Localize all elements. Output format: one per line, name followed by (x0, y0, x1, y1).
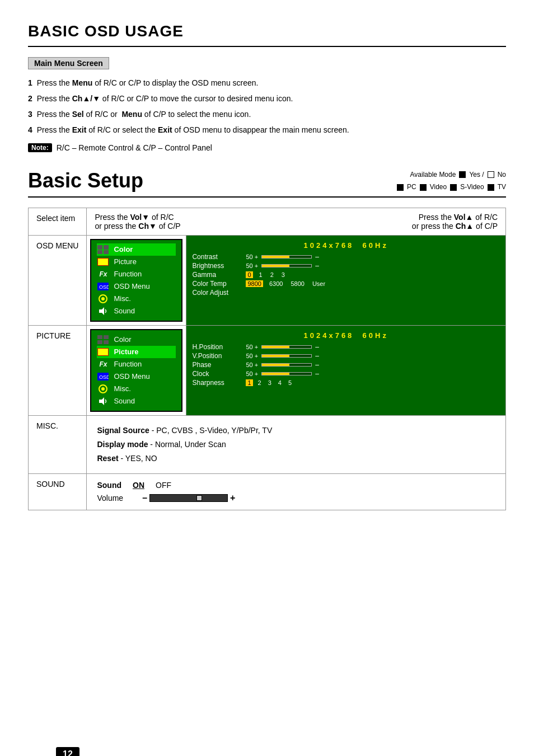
colortemp-options: 9800 6300 5800 User (246, 280, 327, 287)
misc-row: MISC. Signal Source - PC, CVBS , S-Video… (29, 415, 506, 474)
osd-function-item: Fx Function (97, 268, 176, 280)
exit-bold-2: Exit (158, 125, 172, 134)
tv-label: TV (498, 181, 506, 192)
brightness-label: Brightness (192, 262, 242, 270)
phase-fill (262, 364, 289, 366)
video-label: Video (430, 181, 447, 192)
pic-misc-icon (97, 384, 109, 394)
sound-row: SOUND Sound ON OFF Volume – + (29, 474, 506, 510)
picture-menu-panel: Color Picture Fx Function OSD (90, 329, 182, 412)
hposition-label: H.Position (192, 343, 242, 351)
picture-res-value: 1024x768 (304, 331, 354, 340)
sound-inner: Sound ON OFF Volume – + (97, 481, 495, 503)
svg-marker-21 (99, 397, 104, 405)
sharpness-row: Sharpness 1 2 3 4 5 (192, 379, 500, 387)
step-num-4: 4 (28, 125, 32, 134)
gamma-opt-1: 1 (257, 271, 264, 278)
volume-thumb (196, 495, 202, 501)
osd-menu-right: 1024x768 60Hz Contrast 50 + – Brightness (186, 235, 506, 325)
yes-checkbox (459, 171, 466, 178)
pic-function-icon: Fx (97, 359, 109, 369)
colortemp-row: Color Temp 9800 6300 5800 User (192, 280, 500, 288)
hposition-value: 50 + (246, 344, 258, 350)
vol-up-instruction: Press the Vol▲ of R/C or press the Ch▲ o… (412, 213, 498, 231)
misc-line-1: Signal Source - PC, CVBS , S-Video, Y/Pb… (97, 424, 495, 438)
hposition-row: H.Position 50 + – (192, 343, 500, 351)
phase-bar (261, 363, 312, 367)
pic-function-item: Fx Function (97, 358, 176, 370)
pic-osdmenu-icon: OSD (97, 372, 109, 382)
osd-picture-label: Picture (114, 257, 136, 266)
volume-slider[interactable] (149, 494, 228, 502)
svg-text:OSD: OSD (99, 374, 109, 380)
vol-minus-sign: – (142, 493, 147, 503)
picture-icon (97, 257, 109, 267)
exit-bold-1: Exit (72, 125, 87, 134)
osd-resolution-1: 1024x768 60Hz (192, 241, 500, 250)
select-item-row: Select item Press the Vol▼ of R/C or pre… (29, 208, 506, 235)
sharp-opt-2: 2 (256, 379, 263, 386)
sharpness-options: 1 2 3 4 5 (246, 379, 293, 386)
no-label: No (498, 169, 506, 180)
vposition-label: V.Position (192, 352, 242, 360)
main-table: Select item Press the Vol▼ of R/C or pre… (28, 208, 506, 511)
sound-label: SOUND (29, 474, 87, 510)
colortemp-9800: 9800 (246, 280, 263, 287)
osd-sound-item: Sound (97, 305, 176, 317)
pic-sound-label: Sound (114, 397, 135, 405)
pic-color-label: Color (114, 335, 131, 344)
contrast-label: Contrast (192, 253, 242, 261)
vol-up-bold: Vol▲ (454, 213, 474, 222)
contrast-fill (262, 256, 289, 258)
pic-sound-icon (97, 396, 109, 406)
gamma-row: Gamma 0 1 2 3 (192, 271, 500, 279)
colortemp-6300: 6300 (268, 280, 284, 287)
picture-right: 1024x768 60Hz H.Position 50 + – V.Positi… (186, 325, 506, 415)
reset-bold: Reset (97, 454, 118, 463)
basic-setup-header: Basic Setup Available Mode Yes / No PC V… (28, 169, 506, 193)
note-box: Note: R/C – Remote Control & C/P – Contr… (28, 143, 212, 152)
clock-row: Clock 50 + – (192, 370, 500, 378)
select-item-label: Select item (29, 208, 87, 235)
ch-up-bold: Ch▲ (456, 222, 474, 231)
hposition-fill (262, 346, 289, 348)
vol-down-bold: Vol▼ (130, 213, 149, 222)
osd-right-panel: 1024x768 60Hz Contrast 50 + – Brightness (192, 241, 500, 297)
sound-content: Sound ON OFF Volume – + (87, 474, 506, 510)
volume-label: Volume (97, 494, 123, 503)
page-title: BASIC OSD USAGE (28, 22, 506, 40)
misc-lines: Signal Source - PC, CVBS , S-Video, Y/Pb… (97, 424, 495, 466)
menu-bold-2: Menu (121, 110, 142, 119)
sharp-opt-3: 3 (266, 379, 273, 386)
phase-value: 50 + (246, 361, 258, 368)
misc-line-2: Display mode - Normal, Under Scan (97, 438, 495, 452)
sel-bold: Sel (72, 110, 84, 119)
pic-picture-icon (97, 347, 109, 357)
osdmenu-icon: OSD (97, 281, 109, 292)
pic-sound-item: Sound (97, 395, 176, 407)
contrast-row: Contrast 50 + – (192, 253, 500, 261)
brightness-row: Brightness 50 + – (192, 262, 500, 270)
main-menu-screen-label: Main Menu Screen (28, 57, 109, 69)
pic-osdmenu-label: OSD Menu (114, 372, 149, 381)
svg-rect-0 (97, 245, 102, 250)
picture-right-panel: 1024x768 60Hz H.Position 50 + – V.Positi… (192, 331, 500, 387)
coloradjust-row: Color Adjust (192, 289, 500, 297)
vposition-bar (261, 354, 312, 358)
setup-divider (28, 196, 506, 198)
coloradjust-label: Color Adjust (192, 289, 242, 297)
pic-picture-item: Picture (97, 346, 176, 358)
misc-content: Signal Source - PC, CVBS , S-Video, Y/Pb… (87, 415, 506, 474)
contrast-value: 50 + (246, 253, 258, 260)
step-num-3: 3 (28, 110, 32, 119)
svg-rect-14 (104, 340, 109, 344)
picture-row: PICTURE Color Picture (29, 325, 506, 415)
svg-rect-13 (97, 340, 102, 344)
available-mode-label: Available Mode (410, 169, 456, 180)
available-mode: Available Mode Yes / No PC Video S-Video… (397, 169, 506, 193)
svg-marker-10 (99, 307, 104, 315)
picture-freq-value: 60Hz (363, 331, 388, 340)
clock-fill (262, 373, 289, 375)
svg-rect-1 (104, 245, 109, 250)
sharp-opt-4: 4 (277, 379, 283, 386)
